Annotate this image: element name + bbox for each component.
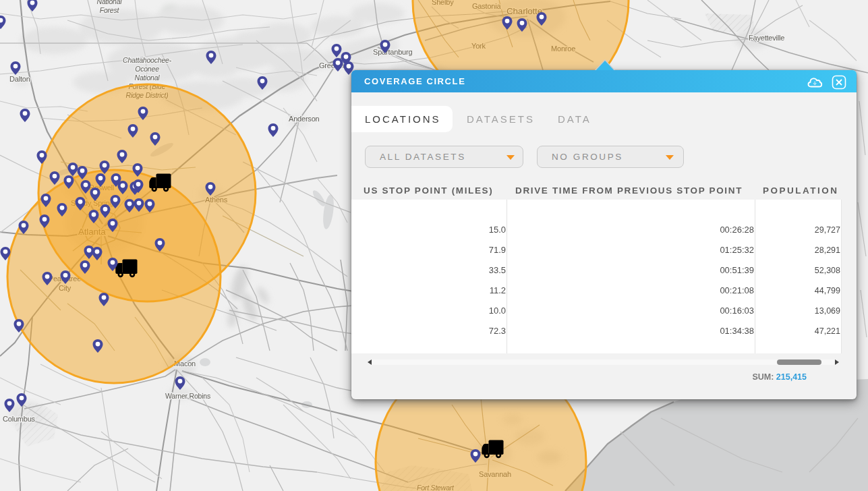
svg-text:Spartanburg: Spartanburg (373, 48, 412, 56)
svg-text:Chattahoochee-: Chattahoochee- (123, 56, 172, 64)
svg-text:Columbus: Columbus (3, 415, 36, 423)
svg-text:Warner Robins: Warner Robins (165, 392, 210, 400)
svg-text:Forest: Forest (100, 6, 120, 14)
svg-text:Anderson: Anderson (289, 115, 320, 123)
svg-text:National: National (97, 0, 123, 5)
svg-text:Dalton: Dalton (9, 75, 30, 83)
svg-text:Fayetteville: Fayetteville (749, 34, 784, 42)
svg-text:Oconee: Oconee (135, 65, 159, 73)
svg-text:National: National (135, 74, 161, 82)
